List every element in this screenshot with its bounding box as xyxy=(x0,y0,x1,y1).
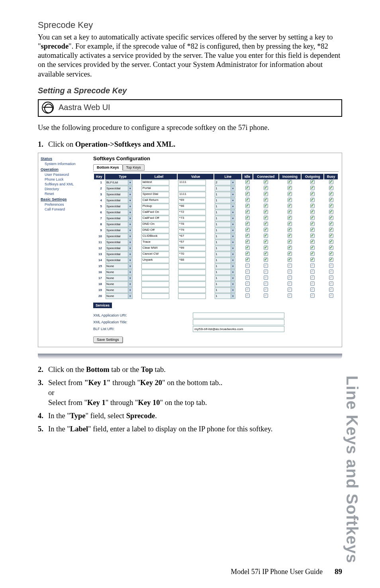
incoming-checkbox[interactable] xyxy=(288,234,292,238)
type-select[interactable]: BLF/List▾ xyxy=(106,180,133,185)
incoming-checkbox[interactable] xyxy=(288,293,292,298)
outgoing-checkbox[interactable] xyxy=(310,210,315,214)
connected-checkbox[interactable] xyxy=(264,234,268,238)
incoming-checkbox[interactable] xyxy=(288,281,292,286)
incoming-checkbox[interactable] xyxy=(288,216,292,220)
line-select[interactable]: 1▾ xyxy=(215,234,235,239)
busy-checkbox[interactable] xyxy=(329,222,333,226)
busy-checkbox[interactable] xyxy=(329,264,333,268)
busy-checkbox[interactable] xyxy=(329,216,333,220)
outgoing-checkbox[interactable] xyxy=(310,192,315,196)
incoming-checkbox[interactable] xyxy=(288,210,292,214)
type-select[interactable]: None▾ xyxy=(106,293,133,299)
connected-checkbox[interactable] xyxy=(264,275,268,280)
busy-checkbox[interactable] xyxy=(329,180,333,184)
line-select[interactable]: 1▾ xyxy=(215,269,235,275)
connected-checkbox[interactable] xyxy=(264,269,268,274)
type-select[interactable]: Speeddial▾ xyxy=(106,240,133,245)
value-input[interactable]: *72 xyxy=(178,210,206,215)
label-input[interactable]: CallFwd Off xyxy=(141,216,169,221)
incoming-checkbox[interactable] xyxy=(288,240,292,244)
connected-checkbox[interactable] xyxy=(264,252,268,256)
outgoing-checkbox[interactable] xyxy=(310,204,315,208)
connected-checkbox[interactable] xyxy=(264,186,268,190)
value-input[interactable] xyxy=(178,293,206,299)
value-input[interactable]: 1111 xyxy=(178,192,206,197)
busy-checkbox[interactable] xyxy=(329,275,333,280)
connected-checkbox[interactable] xyxy=(264,210,268,214)
line-select[interactable]: 1▾ xyxy=(215,293,235,299)
type-select[interactable]: None▾ xyxy=(106,275,133,281)
outgoing-checkbox[interactable] xyxy=(310,228,315,232)
idle-checkbox[interactable] xyxy=(245,281,250,286)
label-input[interactable] xyxy=(141,293,169,299)
idle-checkbox[interactable] xyxy=(245,234,250,238)
type-select[interactable]: Speeddial▾ xyxy=(106,222,133,227)
save-settings-button[interactable]: Save Settings xyxy=(93,336,123,343)
label-input[interactable]: Call Return xyxy=(141,198,169,203)
connected-checkbox[interactable] xyxy=(264,264,268,268)
label-input[interactable]: labtest xyxy=(141,180,169,185)
connected-checkbox[interactable] xyxy=(264,198,268,202)
line-select[interactable]: 1▾ xyxy=(215,287,235,293)
type-select[interactable]: Speeddial▾ xyxy=(106,216,133,221)
tab-bottom-keys[interactable]: Bottom Keys xyxy=(93,164,123,171)
line-select[interactable]: 2▾ xyxy=(215,180,235,185)
nav-prefs[interactable]: Preferences xyxy=(41,202,88,207)
line-select[interactable]: 1▾ xyxy=(215,186,235,191)
outgoing-checkbox[interactable] xyxy=(310,252,315,256)
connected-checkbox[interactable] xyxy=(264,192,268,196)
line-select[interactable]: 1▾ xyxy=(215,210,235,215)
line-select[interactable]: 1▾ xyxy=(215,240,235,245)
idle-checkbox[interactable] xyxy=(245,228,250,232)
outgoing-checkbox[interactable] xyxy=(310,269,315,274)
idle-checkbox[interactable] xyxy=(245,186,250,190)
incoming-checkbox[interactable] xyxy=(288,186,292,190)
type-select[interactable]: Speeddial▾ xyxy=(106,198,133,203)
type-select[interactable]: Speeddial▾ xyxy=(106,204,133,209)
connected-checkbox[interactable] xyxy=(264,287,268,292)
outgoing-checkbox[interactable] xyxy=(310,258,315,262)
idle-checkbox[interactable] xyxy=(245,192,250,196)
idle-checkbox[interactable] xyxy=(245,287,250,292)
label-input[interactable]: CallFwd On xyxy=(141,210,169,215)
nav-softkeys[interactable]: Softkeys and XML xyxy=(41,182,88,187)
blf-input[interactable] xyxy=(193,326,284,332)
label-input[interactable]: Unpark xyxy=(141,258,169,263)
outgoing-checkbox[interactable] xyxy=(310,275,315,280)
busy-checkbox[interactable] xyxy=(329,234,333,238)
outgoing-checkbox[interactable] xyxy=(310,234,315,238)
outgoing-checkbox[interactable] xyxy=(310,222,315,226)
outgoing-checkbox[interactable] xyxy=(310,240,315,244)
incoming-checkbox[interactable] xyxy=(288,269,292,274)
line-select[interactable]: 1▾ xyxy=(215,264,235,269)
label-input[interactable] xyxy=(141,269,169,275)
idle-checkbox[interactable] xyxy=(245,204,250,208)
idle-checkbox[interactable] xyxy=(245,264,250,268)
outgoing-checkbox[interactable] xyxy=(310,287,315,292)
incoming-checkbox[interactable] xyxy=(288,204,292,208)
incoming-checkbox[interactable] xyxy=(288,252,292,256)
type-select[interactable]: Speeddial▾ xyxy=(106,258,133,263)
value-input[interactable]: *57 xyxy=(178,240,206,245)
connected-checkbox[interactable] xyxy=(264,216,268,220)
label-input[interactable]: DND Off xyxy=(141,228,169,233)
connected-checkbox[interactable] xyxy=(264,258,268,262)
nav-operation[interactable]: Operation xyxy=(41,166,88,172)
idle-checkbox[interactable] xyxy=(245,210,250,214)
nav-reset[interactable]: Reset xyxy=(41,191,88,196)
busy-checkbox[interactable] xyxy=(329,204,333,208)
connected-checkbox[interactable] xyxy=(264,228,268,232)
incoming-checkbox[interactable] xyxy=(288,228,292,232)
label-input[interactable] xyxy=(141,275,169,281)
type-select[interactable]: Speeddial▾ xyxy=(106,234,133,239)
idle-checkbox[interactable] xyxy=(245,180,250,184)
line-select[interactable]: 1▾ xyxy=(215,252,235,257)
incoming-checkbox[interactable] xyxy=(288,246,292,250)
busy-checkbox[interactable] xyxy=(329,269,333,274)
value-input[interactable]: *79 xyxy=(178,228,206,233)
value-input[interactable]: *99 xyxy=(178,246,206,251)
busy-checkbox[interactable] xyxy=(329,240,333,244)
incoming-checkbox[interactable] xyxy=(288,180,292,184)
value-input[interactable]: *69 xyxy=(178,198,206,203)
